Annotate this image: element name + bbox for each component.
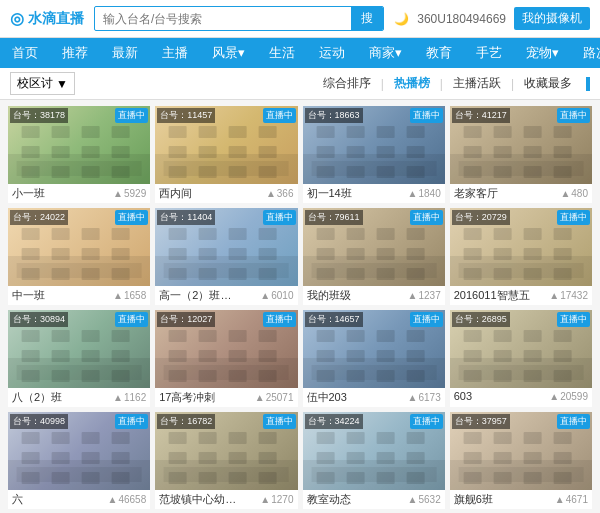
search-button[interactable]: 搜 <box>351 7 383 30</box>
svg-rect-94 <box>553 228 571 240</box>
category-dropdown[interactable]: 校区讨 ▼ <box>10 72 75 95</box>
card-title-9: 17高考冲刺 <box>159 390 215 405</box>
video-card-4[interactable]: 直播中台号：24022中一班▲1658 <box>8 208 150 305</box>
sort-item-收藏最多[interactable]: 收藏最多 <box>514 72 582 95</box>
svg-rect-106 <box>82 330 100 342</box>
svg-rect-164 <box>22 472 40 484</box>
svg-rect-123 <box>229 350 247 362</box>
eye-icon: ▲ <box>255 392 265 403</box>
channel-number-15: 台号：37957 <box>452 414 510 429</box>
card-title-4: 中一班 <box>12 288 45 303</box>
svg-rect-193 <box>406 472 424 484</box>
live-badge-5: 直播中 <box>263 210 296 225</box>
nav-item-宠物▾[interactable]: 宠物▾ <box>514 38 571 68</box>
video-card-2[interactable]: 直播中台号：18663初一14班▲1840 <box>303 106 445 203</box>
svg-rect-0 <box>22 126 40 138</box>
svg-rect-71 <box>229 248 247 260</box>
svg-rect-121 <box>169 350 187 362</box>
svg-rect-10 <box>82 166 100 178</box>
nav-item-最新[interactable]: 最新 <box>100 38 150 68</box>
video-card-6[interactable]: 直播中台号：79611我的班级▲1237 <box>303 208 445 305</box>
svg-rect-157 <box>52 432 70 444</box>
video-card-11[interactable]: 直播中台号：26895603▲20599 <box>450 310 592 407</box>
video-card-10[interactable]: 直播中台号：14657伍中203▲6173 <box>303 310 445 407</box>
search-input[interactable] <box>95 9 351 29</box>
svg-rect-50 <box>553 166 571 178</box>
video-card-8[interactable]: 直播中台号：30894八（2）班▲1162 <box>8 310 150 407</box>
svg-rect-207 <box>458 467 583 482</box>
svg-rect-18 <box>199 146 217 158</box>
video-thumbnail-7: 直播中台号：20729 <box>450 208 592 286</box>
svg-rect-34 <box>316 166 334 178</box>
svg-rect-37 <box>406 166 424 178</box>
nav-item-生活[interactable]: 生活 <box>257 38 307 68</box>
sub-nav-left: 校区讨 ▼ <box>10 72 75 95</box>
svg-rect-53 <box>52 228 70 240</box>
svg-rect-23 <box>229 166 247 178</box>
svg-rect-101 <box>523 268 541 280</box>
svg-rect-150 <box>553 350 571 362</box>
nav-item-手艺[interactable]: 手艺 <box>464 38 514 68</box>
nav-item-路况[interactable]: 路况 <box>571 38 600 68</box>
nav-item-推荐[interactable]: 推荐 <box>50 38 100 68</box>
svg-rect-45 <box>523 146 541 158</box>
video-card-9[interactable]: 直播中台号：1202717高考冲刺▲25071 <box>155 310 297 407</box>
video-card-12[interactable]: 直播中台号：40998六▲46658 <box>8 412 150 509</box>
svg-rect-146 <box>553 330 571 342</box>
svg-rect-155 <box>458 365 583 380</box>
nav-item-运动[interactable]: 运动 <box>307 38 357 68</box>
live-badge-9: 直播中 <box>263 312 296 327</box>
eye-icon: ▲ <box>113 188 123 199</box>
video-grid-container: 直播中台号：38178小一班▲5929 直播中台号：11457西内间▲366 直… <box>0 100 600 513</box>
video-card-3[interactable]: 直播中台号：41217老家客厅▲480 <box>450 106 592 203</box>
sort-item-综合排序[interactable]: 综合排序 <box>313 72 381 95</box>
svg-rect-31 <box>346 146 364 158</box>
video-card-1[interactable]: 直播中台号：11457西内间▲366 <box>155 106 297 203</box>
svg-rect-52 <box>22 228 40 240</box>
video-card-7[interactable]: 直播中台号：207292016011智慧五▲17432 <box>450 208 592 305</box>
video-card-13[interactable]: 直播中台号：16782范坡镇中心幼儿…▲1270 <box>155 412 297 509</box>
svg-rect-191 <box>346 472 364 484</box>
svg-rect-105 <box>52 330 70 342</box>
channel-number-4: 台号：24022 <box>10 210 68 225</box>
video-thumbnail-14: 直播中台号：34224 <box>303 412 445 490</box>
svg-rect-73 <box>169 268 187 280</box>
card-footer-3: 老家客厅▲480 <box>450 184 592 203</box>
card-count-5: ▲6010 <box>260 290 293 301</box>
nav-item-风景▾[interactable]: 风景▾ <box>200 38 257 68</box>
sub-nav: 校区讨 ▼ 综合排序 | 热播榜 | 主播活跃 | 收藏最多 <box>0 68 600 100</box>
svg-rect-115 <box>112 370 130 382</box>
video-thumbnail-2: 直播中台号：18663 <box>303 106 445 184</box>
camera-button[interactable]: 我的摄像机 <box>514 7 590 30</box>
channel-number-13: 台号：16782 <box>157 414 215 429</box>
card-count-3: ▲480 <box>560 188 588 199</box>
card-title-13: 范坡镇中心幼儿… <box>159 492 239 507</box>
svg-rect-75 <box>229 268 247 280</box>
eye-icon: ▲ <box>549 290 559 301</box>
svg-rect-181 <box>164 467 289 482</box>
video-card-15[interactable]: 直播中台号：37957旗舰6班▲4671 <box>450 412 592 509</box>
nav-item-主播[interactable]: 主播 <box>150 38 200 68</box>
live-badge-0: 直播中 <box>115 108 148 123</box>
video-card-5[interactable]: 直播中台号：11404高一（2）班青…▲6010 <box>155 208 297 305</box>
svg-rect-107 <box>112 330 130 342</box>
svg-rect-148 <box>493 350 511 362</box>
nav-item-首页[interactable]: 首页 <box>0 38 50 68</box>
nav-item-教育[interactable]: 教育 <box>414 38 464 68</box>
card-title-11: 603 <box>454 390 472 402</box>
card-count-6: ▲1237 <box>408 290 441 301</box>
svg-rect-151 <box>463 370 481 382</box>
logo-text: 水滴直播 <box>28 10 84 28</box>
sort-item-主播活跃[interactable]: 主播活跃 <box>443 72 511 95</box>
svg-rect-85 <box>406 248 424 260</box>
video-card-0[interactable]: 直播中台号：38178小一班▲5929 <box>8 106 150 203</box>
card-footer-4: 中一班▲1658 <box>8 286 150 305</box>
svg-rect-168 <box>17 467 142 482</box>
svg-rect-19 <box>229 146 247 158</box>
eye-icon: ▲ <box>108 494 118 505</box>
nav-item-商家▾[interactable]: 商家▾ <box>357 38 414 68</box>
video-card-14[interactable]: 直播中台号：34224教室动态▲5632 <box>303 412 445 509</box>
sort-item-热播榜[interactable]: 热播榜 <box>384 72 440 95</box>
svg-rect-136 <box>376 350 394 362</box>
dropdown-arrow: ▼ <box>56 77 68 91</box>
